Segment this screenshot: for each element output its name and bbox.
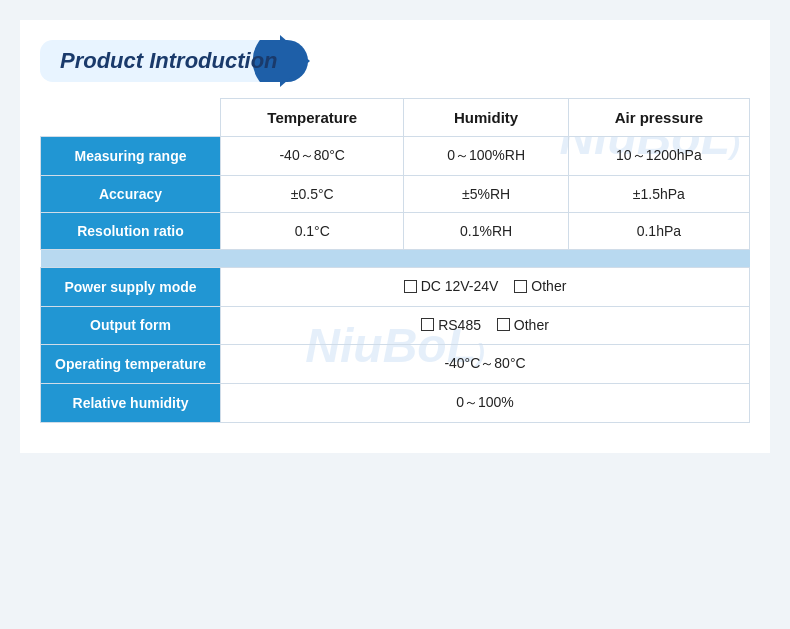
checkbox-other-output: Other [497,317,549,333]
row-label-operating-temp: Operating temperature [41,345,221,384]
table-row-relative-humidity: Relative humidity 0～100% [41,384,750,423]
row-label-relative-humidity: Relative humidity [41,384,221,423]
col-header-airpressure: Air pressure [568,99,749,137]
checkbox-rs485-label: RS485 [438,317,481,333]
row-label-measuring-range: Measuring range [41,137,221,176]
checkbox-rs485: RS485 [421,317,481,333]
checkbox-other-power-label: Other [531,278,566,294]
table-row-power-supply: Power supply mode DC 12V-24V Other [41,268,750,307]
checkbox-other-power: Other [514,278,566,294]
col-header-temperature: Temperature [221,99,404,137]
table-row-operating-temp: Operating temperature -40°C～80°C [41,345,750,384]
cell-humid-accuracy: ±5%RH [404,176,568,213]
cell-humid-resolution: 0.1%RH [404,213,568,250]
spacer-row [41,250,750,268]
checkbox-rs485-box [421,318,434,331]
checkbox-dc-label: DC 12V-24V [421,278,499,294]
checkbox-other-power-box [514,280,527,293]
row-label-output-form: Output form [41,306,221,345]
cell-operating-temp: -40°C～80°C [221,345,750,384]
page-title: Product Introduction [60,48,278,74]
cell-pressure-range: 10～1200hPa [568,137,749,176]
checkbox-other-output-label: Other [514,317,549,333]
cell-pressure-accuracy: ±1.5hPa [568,176,749,213]
checkbox-other-output-box [497,318,510,331]
cell-output-form: RS485 Other [221,306,750,345]
cell-power-supply: DC 12V-24V Other [221,268,750,307]
table-row: Resolution ratio 0.1°C 0.1%RH 0.1hPa [41,213,750,250]
cell-temp-range: -40～80°C [221,137,404,176]
specs-table: Temperature Humidity Air pressure Measur… [40,98,750,423]
row-label-resolution: Resolution ratio [41,213,221,250]
cell-pressure-resolution: 0.1hPa [568,213,749,250]
title-banner: Product Introduction [40,40,308,82]
cell-relative-humidity: 0～100% [221,384,750,423]
row-label-power-supply: Power supply mode [41,268,221,307]
table-row: Measuring range -40～80°C 0～100%RH 10～120… [41,137,750,176]
cell-temp-resolution: 0.1°C [221,213,404,250]
cell-humid-range: 0～100%RH [404,137,568,176]
table-row: Accuracy ±0.5°C ±5%RH ±1.5hPa [41,176,750,213]
checkbox-dc-box [404,280,417,293]
cell-temp-accuracy: ±0.5°C [221,176,404,213]
table-row-output-form: Output form RS485 Other [41,306,750,345]
col-header-humidity: Humidity [404,99,568,137]
table-header-row: Temperature Humidity Air pressure [41,99,750,137]
row-label-accuracy: Accuracy [41,176,221,213]
col-header-empty [41,99,221,137]
checkbox-dc: DC 12V-24V [404,278,499,294]
